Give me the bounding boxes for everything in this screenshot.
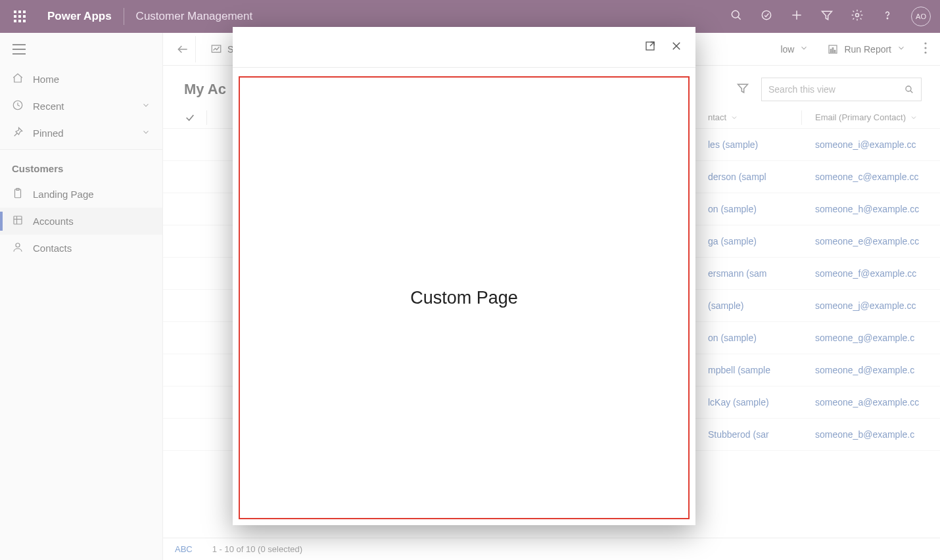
chevron-down-icon [141,128,151,139]
search-view-box[interactable] [761,78,922,101]
modal-header [233,27,695,68]
cell-email[interactable]: someone_a@example.cc [815,397,940,408]
avatar[interactable]: AO [911,7,931,26]
nav-pinned-label: Pinned [33,128,141,139]
chevron-down-icon [799,43,809,55]
nav-pinned[interactable]: Pinned [0,120,162,147]
svg-point-37 [906,86,911,91]
home-icon [12,72,24,86]
flow-label-suffix: low [780,44,794,55]
sidebar-item-accounts[interactable]: Accounts [0,208,162,235]
cell-contact[interactable]: ersmann (sam [708,268,795,279]
app-page-name: Customer Management [136,10,253,23]
column-header-email-label: Email (Primary Contact) [815,112,906,122]
topbar-actions: AO [730,7,931,26]
svg-point-26 [16,243,20,247]
filter-icon[interactable] [736,82,749,97]
modal-body: Custom Page [233,68,695,525]
filter-icon[interactable] [820,9,834,24]
sidebar-item-contacts[interactable]: Contacts [0,235,162,262]
cell-email[interactable]: someone_h@example.cc [815,204,940,214]
svg-point-33 [924,42,926,44]
cell-contact[interactable]: on (sample) [708,333,795,343]
svg-rect-3 [14,15,16,18]
svg-point-11 [762,11,770,19]
cell-email[interactable]: someone_f@example.cc [815,268,940,279]
sidebar-section-customers: Customers [0,150,162,181]
hamburger-icon[interactable] [0,35,162,66]
help-icon[interactable] [881,9,894,24]
cell-contact[interactable]: ga (sample) [708,236,795,246]
cell-email[interactable]: someone_i@example.cc [815,139,940,150]
custom-page-label: Custom Page [410,288,518,308]
target-icon[interactable] [760,9,773,24]
svg-line-38 [910,91,912,93]
column-header-email[interactable]: Email (Primary Contact) [815,112,940,122]
view-title: My Ac [184,81,226,98]
gear-icon[interactable] [851,9,864,24]
svg-line-40 [650,42,654,46]
status-range: 1 - 10 of 10 (0 selected) [212,544,302,554]
column-header-contact[interactable]: ntact [708,112,795,122]
modal-dialog: Custom Page [233,27,695,525]
cell-email[interactable]: someone_b@example.c [815,429,940,440]
search-input[interactable] [768,84,904,95]
svg-rect-0 [14,11,16,13]
close-icon[interactable] [670,40,682,55]
waffle-icon[interactable] [9,6,30,27]
sidebar-item-landing-page[interactable]: Landing Page [0,181,162,208]
cell-contact[interactable]: lcKay (sample) [708,397,795,408]
chevron-down-icon [141,101,151,112]
svg-rect-7 [18,20,21,22]
cell-contact[interactable]: derson (sampl [708,172,795,182]
svg-line-10 [738,17,741,20]
svg-marker-14 [822,11,832,20]
cell-contact[interactable]: on (sample) [708,204,795,214]
sidebar: Home Recent Pinned Customers Landing Pag… [0,33,163,560]
cell-email[interactable]: someone_e@example.cc [815,236,940,246]
svg-rect-8 [23,20,26,22]
svg-rect-23 [14,216,22,224]
svg-rect-32 [835,50,836,52]
chevron-down-icon [730,114,738,122]
chevron-down-icon [910,114,918,122]
search-icon [904,84,914,95]
run-report-label: Run Report [844,44,891,55]
more-commands-button[interactable] [918,38,933,60]
cell-email[interactable]: someone_g@example.c [815,333,940,343]
svg-rect-30 [831,49,832,53]
cell-contact[interactable]: mpbell (sample [708,365,795,375]
cell-contact[interactable]: Stubberod (sar [708,429,795,440]
flow-button[interactable]: low [774,39,815,58]
modal-highlight-outline: Custom Page [239,76,690,519]
svg-point-16 [887,18,887,18]
cell-email[interactable]: someone_c@example.cc [815,172,940,182]
select-all-checkbox[interactable] [180,106,200,128]
svg-point-34 [924,47,926,49]
svg-rect-5 [23,15,26,18]
svg-point-9 [732,11,739,18]
cell-contact[interactable]: les (sample) [708,139,795,150]
svg-rect-4 [18,15,21,18]
nav-home[interactable]: Home [0,66,162,93]
app-title: Power Apps [47,10,112,23]
plus-icon[interactable] [790,9,803,24]
svg-rect-1 [18,11,21,13]
cell-contact[interactable]: (sample) [708,300,795,311]
search-icon[interactable] [730,9,743,24]
run-report-button[interactable]: Run Report [820,39,912,59]
expand-icon[interactable] [644,40,656,55]
status-bar: ABC 1 - 10 of 10 (0 selected) [163,538,940,560]
nav-home-label: Home [33,74,151,85]
clock-icon [12,99,24,113]
cell-email[interactable]: someone_j@example.cc [815,300,940,311]
cell-email[interactable]: someone_d@example.c [815,365,940,375]
svg-point-35 [924,51,926,53]
nav-recent[interactable]: Recent [0,93,162,120]
person-icon [12,241,24,255]
svg-rect-6 [14,20,16,22]
status-abc[interactable]: ABC [175,544,193,554]
svg-rect-31 [833,47,834,52]
back-button[interactable] [170,36,196,62]
sidebar-item-label: Accounts [33,216,151,227]
